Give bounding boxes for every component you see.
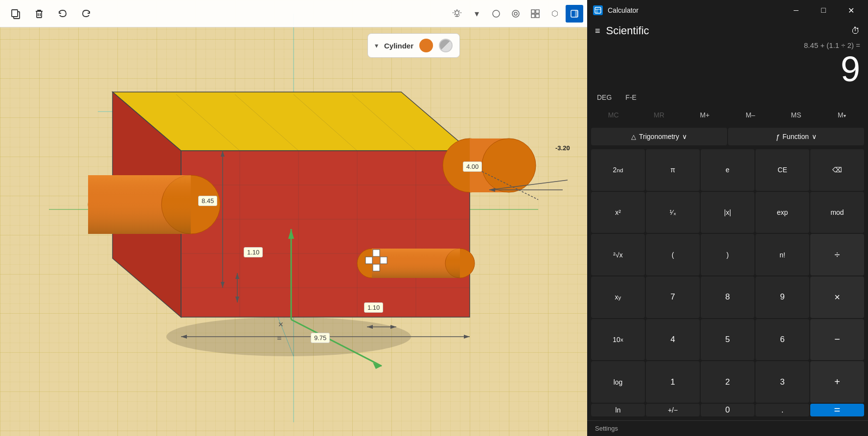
btn-backspace[interactable]: ⌫: [810, 149, 864, 191]
svg-line-18: [196, 112, 294, 356]
mv-button[interactable]: M▾: [820, 106, 864, 124]
ms-button[interactable]: MS: [774, 106, 818, 124]
trigonometry-button[interactable]: △ Trigonometry ∨: [591, 128, 727, 145]
mr-button[interactable]: MR: [637, 106, 681, 124]
mode-title: Scientific: [606, 24, 845, 37]
svg-point-47: [445, 249, 475, 278]
btn-2[interactable]: 2: [701, 361, 754, 403]
btn-subtract[interactable]: −: [810, 319, 864, 361]
close-button[interactable]: ✕: [840, 2, 862, 18]
color-gray[interactable]: [439, 39, 453, 52]
btn-10x[interactable]: 10x: [591, 319, 645, 361]
light-icon-btn[interactable]: [448, 5, 466, 23]
btn-6[interactable]: 6: [755, 319, 809, 361]
btn-factorial[interactable]: n!: [755, 234, 809, 275]
shape2-btn[interactable]: [507, 5, 525, 23]
svg-rect-9: [531, 10, 535, 13]
dim-label-9-75: 9.75: [311, 333, 330, 343]
shape1-btn[interactable]: [487, 5, 505, 23]
maximize-button[interactable]: □: [812, 2, 835, 18]
calc-app-icon: [593, 5, 603, 15]
svg-point-7: [512, 10, 519, 17]
button-grid: 2nd π e CE ⌫ x² ¹⁄ₓ |x| exp mod ²√x ( ) …: [587, 147, 868, 420]
btn-multiply[interactable]: ×: [810, 276, 864, 318]
3d-viewport[interactable]: ▾ ⬡: [0, 0, 587, 436]
calculator: Calculator ─ □ ✕ ≡ Scientific ⏱ 8.45 + (…: [587, 0, 868, 436]
trig-icon: △: [631, 133, 636, 140]
calc-titlebar: Calculator ─ □ ✕: [587, 0, 868, 21]
redo-button[interactable]: [76, 4, 96, 23]
copy-button[interactable]: [6, 4, 25, 23]
btn-5[interactable]: 5: [701, 319, 754, 361]
btn-e[interactable]: e: [701, 149, 754, 191]
svg-point-19: [166, 317, 411, 356]
btn-2nd[interactable]: 2nd: [591, 149, 645, 191]
svg-rect-46: [372, 249, 460, 278]
cylinder-chevron[interactable]: ▾: [375, 42, 378, 49]
btn-negate[interactable]: +/−: [646, 404, 700, 416]
calc-title-text: Calculator: [608, 6, 780, 14]
btn-4[interactable]: 4: [646, 319, 700, 361]
btn-sqrt[interactable]: ²√x: [591, 234, 645, 275]
grid-btn[interactable]: [526, 5, 544, 23]
btn-7[interactable]: 7: [646, 276, 700, 318]
btn-8[interactable]: 8: [701, 276, 754, 318]
btn-close-paren[interactable]: ): [701, 234, 754, 275]
btn-1[interactable]: 1: [646, 361, 700, 403]
btn-decimal[interactable]: .: [755, 404, 809, 416]
btn-pi[interactable]: π: [646, 149, 700, 191]
hamburger-icon[interactable]: ≡: [595, 26, 600, 36]
btn-divide[interactable]: ÷: [810, 234, 864, 275]
btn-1x[interactable]: ¹⁄ₓ: [646, 192, 700, 233]
svg-point-5: [455, 11, 459, 15]
dropdown-btn[interactable]: ▾: [468, 5, 485, 23]
btn-abs[interactable]: |x|: [701, 192, 754, 233]
svg-rect-75: [595, 7, 601, 13]
delete-button[interactable]: [29, 4, 49, 23]
btn-xy[interactable]: xy: [591, 276, 645, 318]
svg-point-38: [88, 175, 147, 234]
mplus-button[interactable]: M+: [683, 106, 727, 124]
btn-0[interactable]: 0: [701, 404, 754, 416]
svg-rect-10: [536, 10, 539, 13]
btn-3[interactable]: 3: [755, 361, 809, 403]
btn-open-paren[interactable]: (: [646, 234, 700, 275]
settings-link[interactable]: Settings: [587, 420, 868, 436]
btn-9[interactable]: 9: [755, 276, 809, 318]
svg-marker-56: [235, 297, 239, 302]
btn-equals[interactable]: =: [810, 404, 864, 416]
svg-rect-48: [372, 249, 460, 278]
btn-mod[interactable]: mod: [810, 192, 864, 233]
right-panel-btn[interactable]: [566, 5, 583, 23]
dim-label-1-10-a: 1.10: [244, 247, 263, 257]
func-row: △ Trigonometry ∨ ƒ Function ∨: [587, 126, 868, 147]
dim-label-4-00: 4.00: [463, 161, 482, 172]
cylinder-label: Cylinder: [384, 42, 413, 50]
history-icon[interactable]: ⏱: [851, 26, 860, 36]
mminus-button[interactable]: M–: [728, 106, 773, 124]
minimize-button[interactable]: ─: [785, 2, 807, 18]
btn-ln[interactable]: ln: [591, 404, 645, 416]
btn-log[interactable]: log: [591, 361, 645, 403]
svg-marker-21: [113, 92, 470, 151]
btn-x2[interactable]: x²: [591, 192, 645, 233]
btn-ce[interactable]: CE: [755, 149, 809, 191]
func-icon: ƒ: [776, 133, 779, 141]
svg-marker-22: [113, 92, 181, 317]
calc-result: 9: [595, 51, 860, 87]
function-button[interactable]: ƒ Function ∨: [728, 128, 864, 145]
undo-button[interactable]: [53, 4, 72, 23]
dim-label-8-45: 8.45: [198, 196, 217, 206]
svg-marker-66: [464, 335, 470, 339]
trig-label: Trigonometry: [639, 133, 679, 140]
svg-rect-1: [12, 10, 18, 17]
mc-button[interactable]: MC: [591, 106, 636, 124]
mirror-btn[interactable]: ⬡: [546, 5, 564, 23]
color-orange[interactable]: [419, 39, 433, 52]
deg-button[interactable]: DEG: [595, 92, 614, 102]
svg-line-34: [176, 94, 240, 151]
fe-button[interactable]: F-E: [623, 92, 639, 102]
btn-add[interactable]: +: [810, 361, 864, 403]
btn-exp[interactable]: exp: [755, 192, 809, 233]
svg-rect-51: [380, 257, 387, 264]
